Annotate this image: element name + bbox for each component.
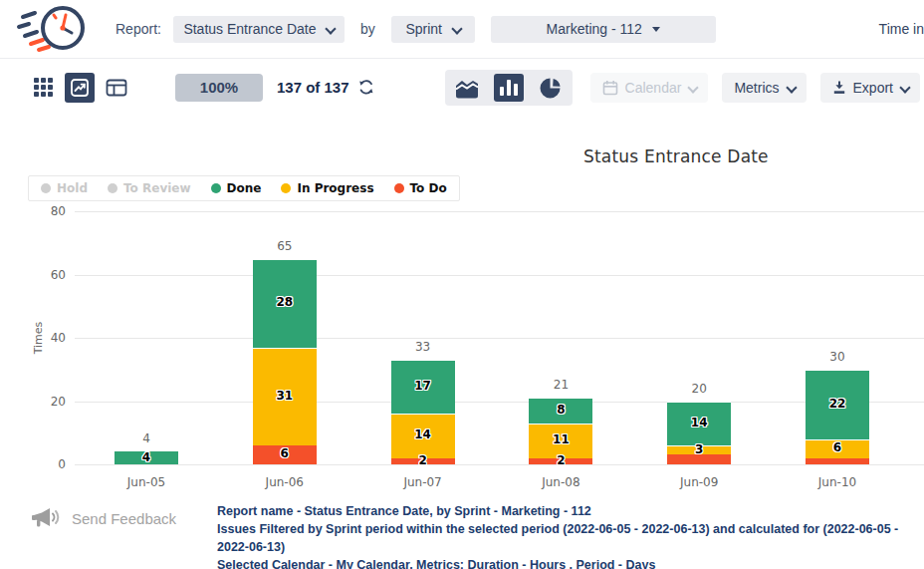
legend-item-to-do[interactable]: To Do [394, 181, 447, 195]
y-gridline [75, 211, 924, 212]
legend-label: In Progress [297, 181, 373, 195]
pie-chart-button[interactable] [536, 74, 566, 102]
bar-segment-label: 14 [667, 416, 731, 429]
y-gridline [75, 402, 924, 403]
chart-legend: HoldTo ReviewDoneIn ProgressTo Do [28, 175, 460, 201]
area-chart-icon [454, 76, 480, 100]
bar-total-label: 33 [391, 340, 455, 354]
y-tick-label: 80 [36, 204, 66, 218]
sprint-filter-value: Marketing - 112 [547, 21, 642, 37]
bar-chart-button[interactable] [494, 74, 524, 102]
bar-segment-label: 8 [529, 403, 592, 417]
group-by-value: Sprint [405, 21, 442, 37]
x-axis-label: Jun-08 [511, 475, 610, 489]
table-view-button[interactable] [102, 73, 131, 103]
calendar-label: Calendar [625, 80, 682, 96]
bar-total-label: 21 [529, 378, 592, 392]
chevron-down-icon [787, 84, 795, 92]
y-tick-label: 40 [36, 331, 66, 345]
refresh-icon [357, 79, 375, 96]
send-feedback-button[interactable]: Send Feedback [30, 505, 176, 531]
bar-segment-to-do[interactable] [806, 458, 869, 464]
bar-segment-label: 17 [391, 379, 455, 393]
download-icon [832, 80, 846, 95]
header: Report: Status Entrance Date by Sprint M… [0, 0, 924, 58]
report-summary-line: Issues Filtered by Sprint period within … [217, 520, 924, 556]
legend-item-hold[interactable]: Hold [41, 181, 88, 195]
by-label: by [360, 21, 375, 37]
legend-label: Hold [57, 181, 88, 195]
x-axis-label: Jun-09 [649, 475, 749, 489]
report-summary-line: Report name - Status Entrance Date, by S… [217, 502, 924, 520]
bar-chart-icon [494, 74, 524, 102]
bar-segment-label: 6 [253, 446, 317, 460]
view-switcher [28, 73, 131, 103]
report-type-select[interactable]: Status Entrance Date [173, 16, 345, 43]
legend-item-done[interactable]: Done [211, 181, 262, 195]
trend-chart-icon [70, 78, 90, 98]
export-label: Export [853, 80, 893, 96]
legend-dot-icon [211, 183, 221, 193]
bar-segment-to-do[interactable] [667, 454, 731, 464]
legend-dot-icon [281, 183, 291, 193]
bar-segment-label: 11 [529, 432, 592, 446]
report-summary: Report name - Status Entrance Date, by S… [217, 502, 924, 569]
legend-label: To Do [410, 181, 447, 195]
legend-label: To Review [123, 181, 191, 195]
y-tick-label: 20 [36, 395, 66, 409]
legend-label: Done [227, 181, 262, 195]
chevron-down-icon [688, 84, 696, 92]
issue-count: 137 of 137 [277, 79, 349, 96]
bar-segment-label: 31 [253, 389, 317, 403]
chevron-down-icon [326, 25, 334, 33]
bar-segment-label: 6 [806, 440, 869, 454]
chevron-down-icon [452, 25, 460, 33]
bar-segment-label: 2 [529, 453, 592, 467]
group-by-select[interactable]: Sprint [391, 16, 475, 43]
legend-dot-icon [108, 183, 117, 193]
refresh-button[interactable] [357, 79, 375, 96]
zoom-level[interactable]: 100% [175, 74, 263, 102]
grid-view-button[interactable] [28, 73, 58, 103]
grid-icon [34, 78, 53, 97]
y-gridline [75, 338, 924, 339]
chart-type-switcher [445, 70, 573, 106]
y-tick-label: 60 [36, 268, 66, 282]
bar-total-label: 20 [667, 382, 731, 396]
metrics-label: Metrics [734, 80, 779, 96]
legend-dot-icon [41, 183, 51, 193]
footer: Send Feedback Report name - Status Entra… [0, 499, 924, 569]
bar-segment-label: 22 [806, 397, 869, 411]
send-feedback-label: Send Feedback [72, 510, 176, 527]
y-gridline [75, 464, 924, 465]
calendar-button: Calendar [590, 73, 709, 103]
bar-segment-label: 2 [391, 453, 455, 467]
area-chart-button[interactable] [452, 74, 482, 102]
layout-icon [106, 78, 127, 98]
x-axis-label: Jun-06 [235, 475, 335, 489]
report-label: Report: [116, 21, 161, 37]
x-axis-label: Jun-07 [373, 475, 473, 489]
chart-title: Status Entrance Date [583, 146, 769, 166]
caret-down-icon [652, 27, 660, 32]
status-entrance-chart: Status Entrance Date HoldTo ReviewDoneIn… [0, 116, 924, 499]
legend-item-to-review[interactable]: To Review [108, 181, 191, 195]
bar-segment-label: 14 [391, 427, 455, 441]
pie-chart-icon [539, 76, 563, 100]
x-axis-label: Jun-05 [97, 475, 196, 489]
legend-item-in-progress[interactable]: In Progress [281, 181, 373, 195]
sprint-filter-select[interactable]: Marketing - 112 [491, 16, 716, 43]
chart-view-button[interactable] [65, 73, 95, 103]
chevron-down-icon [900, 84, 908, 92]
bar-total-label: 4 [115, 431, 178, 445]
report-type-value: Status Entrance Date [183, 21, 316, 37]
metrics-button[interactable]: Metrics [722, 73, 806, 103]
report-summary-line: Selected Calendar - My Calendar, Metrics… [217, 556, 924, 569]
bar-segment-label: 28 [253, 295, 317, 309]
toolbar: 100% 137 of 137 [0, 58, 924, 116]
y-gridline [75, 275, 924, 276]
export-button[interactable]: Export [820, 73, 920, 103]
x-axis-label: Jun-10 [788, 475, 887, 489]
legend-dot-icon [394, 183, 404, 193]
bar-total-label: 65 [253, 239, 317, 253]
